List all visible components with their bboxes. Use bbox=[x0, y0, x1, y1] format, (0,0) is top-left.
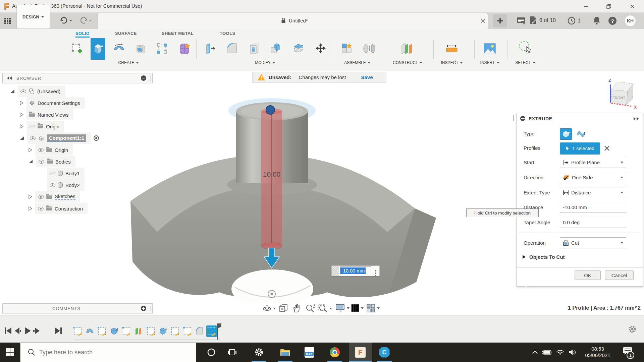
tree-row-body2[interactable]: Body2 bbox=[47, 179, 85, 191]
group-label-construct[interactable]: CONSTRUCT bbox=[393, 60, 422, 65]
panel-grip[interactable] bbox=[149, 75, 151, 81]
comments-toggle-icon[interactable] bbox=[517, 17, 525, 26]
close-tab-icon[interactable] bbox=[480, 18, 486, 25]
type-extrude-button-selected[interactable] bbox=[560, 128, 572, 140]
cura-button[interactable]: C bbox=[376, 343, 392, 362]
battery-icon[interactable] bbox=[541, 343, 553, 362]
zoom-tool[interactable] bbox=[305, 304, 315, 313]
timeline-feature-plane[interactable] bbox=[133, 325, 144, 337]
tree-row-construction[interactable]: Construction bbox=[28, 203, 88, 214]
document-tab-label[interactable]: Untitled* bbox=[281, 17, 308, 23]
view-cube[interactable]: FRONT Z X bbox=[608, 78, 637, 110]
selected-component-label[interactable]: Component1:1 bbox=[47, 134, 86, 142]
timeline-track[interactable] bbox=[74, 340, 221, 340]
tree-row-named-views[interactable]: Named Views bbox=[19, 109, 73, 120]
timeline-settings-gear-icon[interactable] bbox=[628, 325, 637, 334]
display-settings-tool[interactable] bbox=[335, 304, 350, 312]
volume-icon[interactable] bbox=[566, 343, 578, 362]
minimize-button[interactable] bbox=[581, 3, 591, 10]
task-view-button[interactable] bbox=[224, 343, 240, 362]
extrude-dialog-header[interactable]: EXTRUDE bbox=[517, 113, 643, 124]
tree-row-sketches[interactable]: Sketches bbox=[28, 191, 80, 202]
move-copy-button[interactable] bbox=[313, 40, 328, 58]
taper-angle-input[interactable]: 0.0 deg bbox=[560, 217, 626, 228]
timeline-feature-sketch[interactable] bbox=[146, 325, 156, 337]
group-label-create[interactable]: CREATE bbox=[118, 60, 139, 65]
tree-row-component-origin[interactable]: Origin bbox=[28, 144, 73, 156]
chrome-button[interactable] bbox=[327, 343, 343, 362]
collapsed-icon[interactable] bbox=[19, 112, 24, 117]
viewports-tool[interactable] bbox=[366, 304, 380, 312]
extrude-button-active[interactable] bbox=[91, 38, 105, 60]
fit-zoom-window-tool[interactable] bbox=[318, 304, 332, 313]
file-explorer-button[interactable] bbox=[277, 343, 293, 362]
create-sketch-button[interactable] bbox=[69, 40, 85, 58]
collapsed-icon[interactable] bbox=[28, 194, 33, 199]
expanded-icon[interactable] bbox=[10, 89, 15, 94]
collapsed-icon[interactable] bbox=[28, 147, 33, 152]
group-label-inspect[interactable]: INSPECT bbox=[441, 60, 463, 65]
insert-image-button[interactable] bbox=[482, 40, 497, 58]
data-panel-clock-button[interactable]: 1 bbox=[568, 17, 581, 25]
cortana-button[interactable] bbox=[203, 343, 219, 362]
timeline-feature-sketch[interactable] bbox=[170, 325, 180, 337]
visibility-icon[interactable] bbox=[20, 89, 26, 93]
direction-dropdown[interactable]: One Side bbox=[560, 172, 626, 183]
fusion360-taskbar-button-active[interactable]: F bbox=[349, 343, 372, 362]
avatar[interactable]: KH bbox=[625, 15, 636, 26]
settings-app-button[interactable] bbox=[251, 343, 267, 362]
objects-to-cut-expander[interactable]: Objects To Cut bbox=[522, 254, 565, 260]
timeline-feature-extrude[interactable] bbox=[109, 325, 120, 337]
distance-input[interactable]: -10.00 mm bbox=[560, 202, 626, 213]
pan-tool[interactable] bbox=[292, 304, 301, 313]
offset-face-button[interactable] bbox=[291, 40, 306, 58]
drag-handle[interactable] bbox=[332, 266, 339, 276]
workspace-selector[interactable]: DESIGN bbox=[16, 5, 50, 29]
hole-button[interactable] bbox=[133, 40, 149, 58]
more-options-kebab-icon[interactable] bbox=[372, 270, 379, 272]
select-button[interactable] bbox=[518, 38, 533, 56]
browser-header[interactable]: BROWSER bbox=[2, 73, 153, 83]
save-link[interactable]: Save bbox=[361, 74, 373, 80]
tree-row-bodies[interactable]: Bodies bbox=[28, 156, 75, 167]
add-comment-icon[interactable] bbox=[141, 306, 146, 311]
timeline-feature-sketch[interactable] bbox=[97, 325, 107, 337]
timeline-feature-extrude[interactable] bbox=[158, 325, 168, 337]
tree-row-component[interactable]: Component1:1 bbox=[19, 132, 99, 144]
timeline-feature-sketch[interactable] bbox=[182, 325, 193, 337]
taskbar-search[interactable] bbox=[20, 343, 196, 362]
tab-tools[interactable]: TOOLS bbox=[220, 31, 235, 36]
fillet-button[interactable] bbox=[224, 40, 240, 58]
winrar-button[interactable]: RAR bbox=[301, 343, 317, 362]
start-dropdown[interactable]: Profile Plane bbox=[560, 157, 626, 168]
profiles-selected-chip[interactable]: 1 selected bbox=[560, 142, 600, 155]
expanded-icon[interactable] bbox=[19, 136, 24, 140]
revolve-button[interactable] bbox=[111, 40, 127, 58]
tray-clock[interactable]: 08:53 05/06/2021 bbox=[580, 346, 615, 358]
tab-surface[interactable]: SURFACE bbox=[115, 31, 137, 36]
collapsed-icon[interactable] bbox=[19, 124, 24, 129]
tab-sheet-metal[interactable]: SHEET METAL bbox=[162, 31, 194, 36]
extent-type-dropdown[interactable]: Distance bbox=[560, 187, 626, 198]
group-label-select[interactable]: SELECT bbox=[515, 60, 535, 65]
orbit-tool[interactable] bbox=[262, 304, 276, 313]
dimension-input-box[interactable]: -10.00 mm bbox=[331, 265, 380, 276]
timeline-feature-fillet[interactable] bbox=[194, 325, 205, 337]
ok-button[interactable]: OK bbox=[575, 270, 601, 280]
selected-profile[interactable] bbox=[266, 106, 275, 114]
operation-dropdown[interactable]: Cut bbox=[560, 237, 626, 248]
start-button[interactable] bbox=[2, 343, 18, 362]
new-component-button[interactable] bbox=[339, 40, 355, 58]
cancel-button[interactable]: Cancel bbox=[605, 270, 634, 280]
timeline-feature-sketch[interactable] bbox=[121, 325, 132, 337]
viewcube-front-label[interactable]: FRONT bbox=[612, 96, 625, 100]
pattern-button[interactable] bbox=[155, 40, 170, 58]
joint-button[interactable] bbox=[362, 40, 377, 58]
type-thin-extrude-button[interactable] bbox=[575, 128, 587, 140]
minimize-panel-icon[interactable] bbox=[141, 75, 146, 81]
new-tab-button[interactable] bbox=[493, 14, 507, 27]
action-center-button[interactable]: 1 bbox=[623, 347, 633, 357]
look-at-tool[interactable] bbox=[279, 304, 288, 312]
wifi-icon[interactable] bbox=[554, 343, 566, 362]
group-label-insert[interactable]: INSERT bbox=[480, 60, 499, 65]
